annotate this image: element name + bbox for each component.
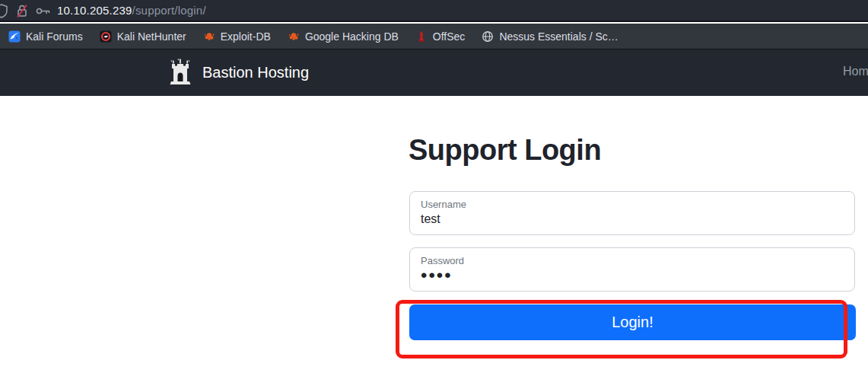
- bookmark-kali-nethunter[interactable]: Kali NetHunter: [97, 29, 189, 44]
- username-field[interactable]: Username test: [409, 191, 855, 235]
- bookmark-label: OffSec: [433, 30, 466, 43]
- shield-icon[interactable]: [0, 4, 8, 18]
- google-hacking-db-icon: [288, 30, 300, 43]
- bookmark-kali-forums[interactable]: Kali Forums: [6, 29, 85, 44]
- insecure-lock-icon[interactable]: [15, 4, 29, 18]
- nessus-globe-icon: [482, 30, 494, 43]
- username-value: test: [421, 212, 844, 226]
- bookmarks-bar: Kali Forums Kali NetHunter Exploit-DB: [0, 24, 868, 49]
- brand[interactable]: Bastion Hosting: [169, 59, 309, 86]
- site-header: Bastion Hosting Home: [0, 49, 868, 96]
- exploit-db-icon: [203, 30, 215, 43]
- key-icon[interactable]: [36, 5, 51, 17]
- castle-logo-icon: [169, 59, 192, 86]
- username-label: Username: [421, 199, 844, 210]
- password-label: Password: [421, 255, 844, 266]
- password-value: ••••: [421, 270, 844, 281]
- bookmark-label: Exploit-DB: [221, 30, 271, 43]
- bookmark-label: Kali Forums: [26, 30, 83, 43]
- browser-address-bar: 10.10.205.239/support/login/: [0, 0, 868, 22]
- offsec-icon: [415, 30, 428, 43]
- password-field[interactable]: Password ••••: [409, 247, 855, 292]
- bookmark-label: Google Hacking DB: [305, 30, 399, 43]
- bookmark-nessus[interactable]: Nessus Essentials / Sc…: [479, 29, 620, 44]
- bookmark-offsec[interactable]: OffSec: [413, 29, 468, 44]
- bookmark-exploit-db[interactable]: Exploit-DB: [201, 29, 273, 44]
- url-bar[interactable]: 10.10.205.239/support/login/: [57, 0, 206, 21]
- bookmark-google-hacking-db[interactable]: Google Hacking DB: [285, 29, 401, 44]
- login-button[interactable]: Login!: [409, 304, 856, 340]
- url-path: /support/login/: [132, 4, 206, 17]
- kali-nethunter-icon: [100, 30, 112, 43]
- page-title: Support Login: [409, 134, 601, 167]
- brand-name: Bastion Hosting: [202, 64, 309, 81]
- kali-forums-icon: [8, 30, 21, 43]
- bookmark-label: Kali NetHunter: [117, 30, 186, 43]
- nav-home-link[interactable]: Home: [843, 65, 868, 78]
- bookmark-label: Nessus Essentials / Sc…: [499, 30, 618, 43]
- url-host: 10.10.205.239: [57, 4, 132, 17]
